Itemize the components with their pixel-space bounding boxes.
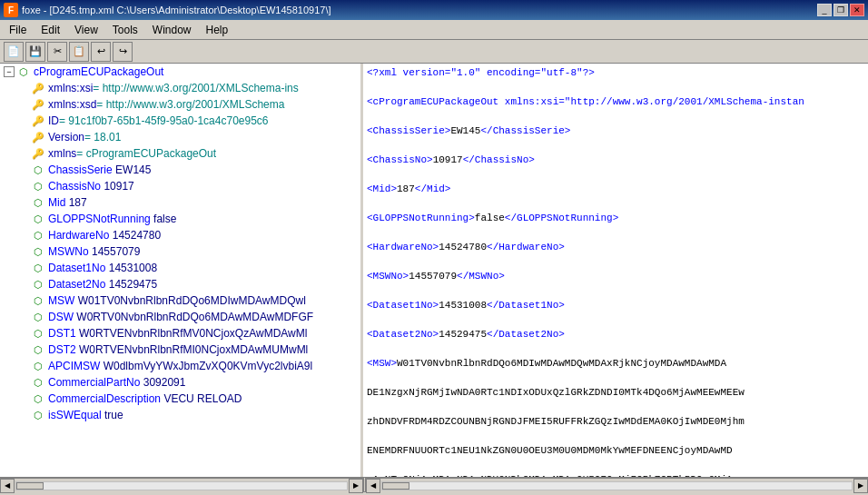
root-element-icon: ⬡ (16, 64, 31, 79)
tree-item-hardwareno[interactable]: ⬡ HardwareNo 14524780 (0, 227, 360, 243)
tree-item-commercialpartno[interactable]: ⬡ CommercialPartNo 3092091 (0, 374, 360, 391)
elem-name-13: MSW (48, 294, 74, 307)
toolbar-new[interactable]: 📄 (4, 42, 24, 62)
scroll-thumb-left[interactable] (16, 482, 44, 490)
elem-value-10: 14557079 (92, 245, 140, 258)
elem-name-17: APCIMSW (48, 360, 100, 372)
elem-value-17: W0dlbmVyYWxJbmZvXQ0KVmVyc2lvbiA9l (104, 360, 313, 372)
scroll-left-btn-r[interactable]: ◀ (366, 479, 380, 493)
toolbar: 📄 💾 ✂ 📋 ↩ ↪ (0, 40, 868, 64)
elem-icon-7: ⬡ (31, 195, 45, 210)
elem-value-7: 187 (69, 196, 87, 209)
key-icon-3: 🔑 (31, 130, 45, 144)
menu-edit[interactable]: Edit (34, 22, 67, 38)
tree-item-dst2[interactable]: ⬡ DST2 W0RTVENvbnRlbnRfMI0NCjoxMDAwMUMwM… (0, 342, 360, 358)
menu-tools[interactable]: Tools (105, 22, 145, 38)
menu-help[interactable]: Help (199, 22, 236, 38)
elem-name-9: HardwareNo (48, 229, 109, 242)
title-bar: F foxe - [D245.tmp.xml C:\Users\Administ… (0, 0, 868, 20)
elem-name-18: CommercialPartNo (48, 376, 140, 389)
tree-item-apcimsw[interactable]: ⬡ APCIMSW W0dlbmVyYWxJbmZvXQ0KVmVyc2lvbi… (0, 358, 360, 374)
elem-value-11: 14531008 (109, 262, 157, 274)
scroll-thumb-right[interactable] (382, 482, 409, 490)
tree-item-dst1[interactable]: ⬡ DST1 W0RTVENvbnRlbnRfMV0NCjoxQzAwMDAwM… (0, 325, 360, 342)
attr-key-icon-1: 🔑 (31, 97, 45, 112)
tree-item-msw[interactable]: ⬡ MSW W01TV0NvbnRlbnRdDQo6MDIwMDAwMDQwl (0, 292, 360, 309)
attr-name-0: xmlns:xsi (48, 82, 93, 94)
right-scrollbar[interactable]: ◀ ▶ (366, 478, 868, 492)
elem-name-16: DST2 (48, 343, 76, 356)
attr-value-0: = http://www.w3.org/2001/XMLSchema-ins (93, 82, 298, 94)
scroll-track-left[interactable] (15, 481, 348, 490)
menu-view[interactable]: View (67, 22, 105, 38)
elem-value-6: 10917 (104, 180, 133, 193)
elem-name-20: isSWEqual (48, 409, 102, 421)
title-bar-buttons: _ ❐ ✕ (817, 4, 864, 16)
elem-name-11: Dataset1No (48, 262, 105, 274)
xml-content: <?xml version="1.0" encoding="utf-8"?> <… (367, 65, 864, 477)
elem-icon-10: ⬡ (31, 244, 45, 259)
tree-item-chassisno[interactable]: ⬡ ChassisNo 10917 (0, 178, 360, 194)
root-expand-icon[interactable]: − (4, 66, 15, 77)
left-scrollbar[interactable]: ◀ ▶ (0, 478, 363, 492)
elem-icon-9: ⬡ (31, 228, 45, 243)
tree-item-version[interactable]: 🔑 Version = 18.01 (0, 129, 360, 145)
menu-file[interactable]: File (2, 22, 34, 38)
tree-item-xmlns[interactable]: 🔑 xmlns = cProgramECUPackageOut (0, 145, 360, 162)
key-name-2: ID (48, 114, 59, 127)
tree-item-chassisserie[interactable]: ⬡ ChassisSerie EW145 (0, 162, 360, 178)
xml-panel[interactable]: <?xml version="1.0" encoding="utf-8"?> <… (363, 64, 868, 477)
attr-value-1: = http://www.w3.org/2001/XMLSchema (96, 98, 284, 111)
elem-value-19: VECU RELOAD (163, 392, 242, 405)
elem-value-14: W0RTV0NvbnRlbnRdDQo6MDAwMDAwMDFGF (76, 311, 313, 323)
scroll-right-btn[interactable]: ▶ (349, 479, 363, 493)
elem-name-12: Dataset2No (48, 278, 105, 291)
tree-item-iswequal[interactable]: ⬡ isSWEqual true (0, 407, 360, 423)
elem-value-20: true (104, 409, 123, 421)
tree-item-mswno[interactable]: ⬡ MSWNo 14557079 (0, 243, 360, 260)
close-button[interactable]: ✕ (850, 4, 864, 16)
tree-panel[interactable]: − ⬡ cProgramECUPackageOut 🔑 xmlns:xsi = … (0, 64, 363, 477)
scroll-right-btn-r[interactable]: ▶ (853, 479, 868, 493)
toolbar-paste[interactable]: 📋 (69, 42, 89, 62)
tree-item-xmlns-xsd[interactable]: 🔑 xmlns:xsd = http://www.w3.org/2001/XML… (0, 96, 360, 113)
toolbar-cut[interactable]: ✂ (47, 42, 67, 62)
tree-item-id[interactable]: 🔑 ID = 91c1f0b7-65b1-45f9-95a0-1ca4c70e9… (0, 113, 360, 129)
elem-icon-15: ⬡ (31, 326, 45, 341)
elem-icon-20: ⬡ (31, 408, 45, 422)
elem-value-13: W01TV0NvbnRlbnRdDQo6MDIwMDAwMDQwl (78, 294, 306, 307)
tree-item-glopps[interactable]: ⬡ GLOPPSNotRunning false (0, 211, 360, 227)
tree-item-dataset1no[interactable]: ⬡ Dataset1No 14531008 (0, 260, 360, 276)
scroll-track-right[interactable] (381, 481, 853, 490)
toolbar-save[interactable]: 💾 (25, 42, 45, 62)
menu-window[interactable]: Window (145, 22, 199, 38)
minimize-button[interactable]: _ (817, 4, 832, 16)
elem-icon-12: ⬡ (31, 277, 45, 292)
main-content: − ⬡ cProgramECUPackageOut 🔑 xmlns:xsi = … (0, 64, 868, 477)
attr-key-icon-0: 🔑 (31, 81, 45, 95)
restore-button[interactable]: ❐ (833, 4, 848, 16)
toolbar-redo[interactable]: ↪ (113, 42, 133, 62)
elem-icon-5: ⬡ (31, 163, 45, 177)
toolbar-undo[interactable]: ↩ (91, 42, 111, 62)
elem-value-12: 14529475 (109, 278, 157, 291)
elem-icon-6: ⬡ (31, 179, 45, 193)
key-name-3: Version (48, 131, 84, 144)
elem-icon-14: ⬡ (31, 310, 45, 324)
tree-item-dsw[interactable]: ⬡ DSW W0RTV0NvbnRlbnRdDQo6MDAwMDAwMDFGF (0, 309, 360, 325)
key-value-3: = 18.01 (84, 131, 121, 144)
title-bar-left: F foxe - [D245.tmp.xml C:\Users\Administ… (4, 3, 331, 17)
horizontal-scrollbar-row: ◀ ▶ ◀ ▶ (0, 477, 868, 491)
elem-icon-11: ⬡ (31, 261, 45, 275)
elem-name-5: ChassisSerie (48, 163, 113, 176)
tree-item-xmlns-xsi[interactable]: 🔑 xmlns:xsi = http://www.w3.org/2001/XML… (0, 80, 360, 96)
elem-value-8: false (153, 213, 176, 225)
title-bar-text: foxe - [D245.tmp.xml C:\Users\Administra… (22, 5, 331, 15)
tree-item-commercialdesc[interactable]: ⬡ CommercialDescription VECU RELOAD (0, 391, 360, 407)
tree-item-dataset2no[interactable]: ⬡ Dataset2No 14529475 (0, 276, 360, 292)
tree-root[interactable]: − ⬡ cProgramECUPackageOut (0, 64, 360, 80)
scroll-left-btn[interactable]: ◀ (0, 479, 15, 493)
elem-name-14: DSW (48, 311, 74, 323)
tree-item-mid[interactable]: ⬡ Mid 187 (0, 194, 360, 211)
elem-icon-19: ⬡ (31, 391, 45, 406)
